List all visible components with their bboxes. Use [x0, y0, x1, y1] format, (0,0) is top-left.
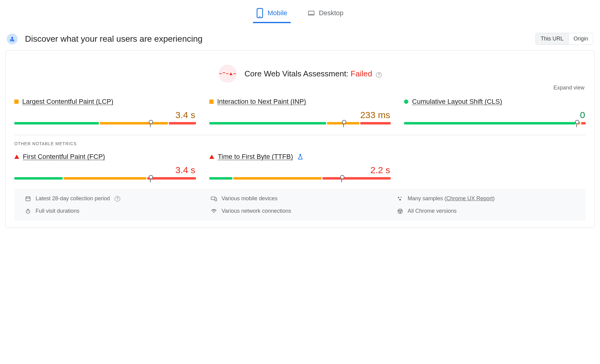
metric-ttfb-name: Time to First Byte (TTFB): [218, 153, 293, 161]
info-durations: Full visit durations: [25, 208, 203, 214]
metric-ttfb-bar: [209, 177, 391, 180]
metric-fcp-bar: [14, 177, 196, 180]
metric-fcp-name: First Contentful Paint (FCP): [23, 153, 105, 161]
assessment-label: Core Web Vitals Assessment:: [245, 69, 351, 78]
info-devices: Various mobile devices: [211, 195, 389, 202]
triangle-poor-icon: [209, 155, 214, 159]
metric-inp[interactable]: Interaction to Next Paint (INP) 233 ms: [209, 98, 391, 124]
metric-lcp[interactable]: Largest Contentful Paint (LCP) 3.4 s: [14, 98, 196, 124]
svg-rect-6: [12, 39, 13, 41]
info-samples: Many samples (Chrome UX Report): [397, 195, 575, 202]
experimental-flask-icon: [298, 154, 303, 159]
scope-this-url[interactable]: This URL: [536, 33, 568, 44]
info-versions-text: All Chrome versions: [408, 208, 457, 214]
metric-lcp-bar: [14, 122, 196, 124]
metric-fcp[interactable]: First Contentful Paint (FCP) 3.4 s: [14, 153, 196, 180]
info-network-text: Various network connections: [222, 208, 291, 214]
other-metrics: First Contentful Paint (FCP) 3.4 s Time …: [14, 153, 586, 180]
metric-cls-bar: [404, 122, 586, 124]
calendar-icon: [25, 196, 31, 201]
data-source-info: Latest 28-day collection period ? Variou…: [14, 189, 586, 221]
tab-mobile-label: Mobile: [267, 9, 287, 17]
info-period: Latest 28-day collection period ?: [25, 195, 203, 202]
metric-fcp-value: 3.4 s: [14, 165, 196, 175]
desktop-icon: [308, 9, 315, 17]
metric-ttfb[interactable]: Time to First Byte (TTFB) 2.2 s: [209, 153, 391, 180]
svg-rect-5: [10, 39, 11, 41]
square-warn-icon: [209, 100, 214, 104]
page-title: Discover what your real users are experi…: [25, 34, 203, 44]
chrome-icon: [397, 208, 403, 214]
info-network: Various network connections: [211, 208, 389, 214]
scatter-icon: [397, 196, 403, 201]
assessment-text: Core Web Vitals Assessment: Failed ?: [245, 69, 382, 79]
other-metrics-label: OTHER NOTABLE METRICS: [14, 141, 586, 146]
tab-desktop-label: Desktop: [319, 9, 344, 17]
crux-report-link[interactable]: Chrome UX Report: [446, 195, 493, 201]
info-period-text: Latest 28-day collection period: [36, 195, 110, 202]
svg-rect-12: [211, 197, 215, 200]
metric-inp-bar: [209, 122, 391, 124]
scope-toggle: This URL Origin: [535, 33, 593, 45]
assessment-row: Core Web Vitals Assessment: Failed ?: [14, 65, 586, 83]
square-warn-icon: [14, 100, 19, 104]
svg-rect-7: [13, 40, 14, 41]
svg-point-20: [214, 212, 215, 213]
devices-icon: [211, 196, 217, 201]
header: Discover what your real users are experi…: [7, 33, 593, 45]
svg-point-1: [260, 16, 260, 17]
stopwatch-icon: [25, 208, 31, 214]
svg-point-15: [400, 197, 401, 198]
triangle-poor-icon: [14, 155, 19, 159]
divider: [14, 135, 586, 135]
svg-rect-2: [309, 11, 314, 14]
help-icon[interactable]: ?: [376, 72, 382, 78]
tab-mobile[interactable]: Mobile: [255, 5, 289, 23]
scope-origin[interactable]: Origin: [568, 33, 593, 44]
expand-view-link[interactable]: Expand view: [16, 85, 584, 91]
users-icon: [7, 33, 18, 44]
wifi-icon: [211, 209, 217, 214]
info-samples-post: ): [493, 195, 495, 201]
device-tabs: Mobile Desktop: [5, 3, 595, 23]
metric-cls[interactable]: Cumulative Layout Shift (CLS) 0: [404, 98, 586, 124]
mobile-icon: [256, 8, 263, 18]
metric-cls-name: Cumulative Layout Shift (CLS): [412, 98, 502, 106]
svg-rect-8: [26, 197, 30, 201]
core-metrics: Largest Contentful Paint (LCP) 3.4 s Int…: [14, 98, 586, 124]
tab-desktop[interactable]: Desktop: [306, 5, 345, 23]
svg-point-4: [11, 37, 13, 39]
metric-inp-value: 233 ms: [209, 110, 391, 120]
circle-good-icon: [404, 100, 408, 104]
pulse-icon: [218, 65, 237, 83]
metric-ttfb-value: 2.2 s: [209, 165, 391, 175]
info-devices-text: Various mobile devices: [222, 195, 277, 202]
svg-point-14: [398, 197, 399, 198]
assessment-status: Failed: [351, 69, 372, 78]
svg-point-16: [399, 199, 401, 200]
info-durations-text: Full visit durations: [36, 208, 79, 214]
metric-cls-value: 0: [404, 110, 586, 120]
info-samples-pre: Many samples (: [408, 195, 446, 201]
svg-rect-13: [215, 198, 217, 201]
metric-lcp-name: Largest Contentful Paint (LCP): [22, 98, 113, 106]
metric-lcp-value: 3.4 s: [14, 110, 196, 120]
metric-inp-name: Interaction to Next Paint (INP): [217, 98, 306, 106]
info-versions: All Chrome versions: [397, 208, 575, 214]
help-icon[interactable]: ?: [115, 196, 120, 201]
vitals-card: Core Web Vitals Assessment: Failed ? Exp…: [5, 50, 595, 228]
